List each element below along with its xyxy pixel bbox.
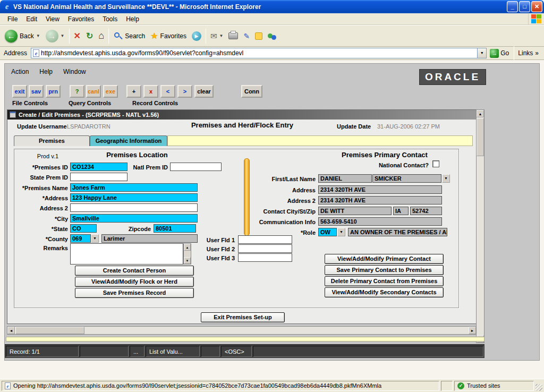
- go-button[interactable]: → Go: [487, 49, 512, 58]
- user-fld-3-field[interactable]: [238, 253, 292, 262]
- search-button[interactable]: Search: [110, 30, 148, 42]
- city-field[interactable]: Smallville: [70, 214, 198, 223]
- premises-primary-contact-heading: Premises Primary Contact: [313, 151, 456, 159]
- zipcode-field[interactable]: 80501: [154, 224, 196, 233]
- exit-premises-setup-button[interactable]: Exit Premises Set-up: [201, 312, 285, 322]
- remarks-scrollbar[interactable]: ▲ ▼: [183, 243, 191, 265]
- role-code-field[interactable]: OW: [318, 228, 337, 236]
- view-add-modify-secondary-contacts-button[interactable]: View/Add/Modify Secondary Contacts: [325, 287, 444, 297]
- contact-address-label: Address: [231, 186, 316, 194]
- links-button[interactable]: Links »: [516, 49, 542, 57]
- oracle-menu-action[interactable]: Action: [11, 68, 29, 75]
- user-fld-3-label: User Fld 3: [194, 254, 235, 262]
- back-button[interactable]: ← Back ▼: [2, 28, 43, 44]
- remarks-field[interactable]: [70, 243, 183, 265]
- oracle-menu-window[interactable]: Window: [63, 68, 86, 75]
- view-add-modify-flock-or-herd-button[interactable]: View/Add/Modify Flock or Herd: [75, 277, 194, 287]
- links-chevron-icon: »: [535, 49, 539, 57]
- form-window-titlebar[interactable]: Create / Edit Premises - (SCRPREMS - NAT…: [7, 110, 476, 120]
- notes-button[interactable]: [252, 31, 265, 41]
- natl-prem-id-field[interactable]: [170, 163, 222, 171]
- user-fld-2-field[interactable]: [238, 244, 292, 253]
- forward-button[interactable]: → ▼: [43, 28, 67, 44]
- minimize-button[interactable]: _: [507, 1, 518, 12]
- close-button[interactable]: ✕: [531, 1, 542, 12]
- premises-name-field[interactable]: Jones Farm: [70, 183, 198, 192]
- vertical-scrollbar-thumb[interactable]: [477, 118, 484, 156]
- record-count-cell: Record: 1/1: [6, 346, 79, 357]
- state-field[interactable]: CO: [70, 224, 97, 233]
- resize-grip[interactable]: [536, 384, 542, 391]
- status-cell: [253, 346, 483, 357]
- premises-location-heading: Premises Location: [71, 151, 203, 159]
- record-delete-button[interactable]: x: [143, 85, 158, 98]
- stop-button[interactable]: ✕: [71, 28, 83, 44]
- premises-address2-field[interactable]: [70, 203, 198, 212]
- home-icon: ⌂: [98, 30, 104, 41]
- state-prem-id-field[interactable]: [70, 173, 128, 181]
- tab-premises[interactable]: Premises: [14, 135, 90, 146]
- oracle-statusbar: Record: 1/1 ... List of Valu... <OSC>: [5, 344, 484, 358]
- print-toolbar-button[interactable]: prn: [46, 85, 61, 98]
- print-button[interactable]: [226, 31, 241, 41]
- query-help-button[interactable]: ?: [70, 85, 84, 98]
- record-next-button[interactable]: >: [177, 85, 192, 98]
- menu-view[interactable]: View: [41, 14, 64, 24]
- horizontal-scrollbar-thumb[interactable]: [15, 327, 84, 334]
- remarks-scroll-up-icon[interactable]: ▲: [184, 244, 191, 251]
- county-dropdown-button[interactable]: ▼: [91, 234, 99, 243]
- contact-name-dropdown-button[interactable]: ▼: [442, 174, 450, 183]
- save-toolbar-button[interactable]: sav: [29, 85, 44, 98]
- maximize-button[interactable]: □: [519, 1, 530, 12]
- record-clear-button[interactable]: clear: [194, 85, 214, 98]
- role-dropdown-button[interactable]: ▼: [337, 228, 345, 236]
- query-execute-button[interactable]: exe: [103, 85, 118, 98]
- scroll-up-icon[interactable]: ▲: [477, 110, 484, 117]
- county-code-field[interactable]: 069: [70, 234, 91, 243]
- browser-toolbar: ← Back ▼ → ▼ ✕ ↻ ⌂ Search ★ Favorites ▶ …: [0, 25, 544, 47]
- conn-button[interactable]: Conn: [241, 85, 262, 98]
- refresh-icon: ↻: [86, 30, 93, 42]
- forward-icon: →: [46, 30, 58, 42]
- query-cancel-button[interactable]: canl: [86, 85, 101, 98]
- view-add-modify-primary-contact-button[interactable]: View/Add/Modify Primary Contact: [325, 254, 444, 264]
- vertical-scrollbar[interactable]: ▲ ▼: [476, 109, 484, 343]
- media-button[interactable]: ▶: [189, 30, 204, 42]
- tab-geographic-information[interactable]: Geographic Information: [90, 135, 167, 146]
- menu-favorites[interactable]: Favorites: [64, 14, 98, 24]
- mail-button[interactable]: ✉ ▼: [208, 30, 226, 42]
- scroll-left-icon[interactable]: ◄: [7, 327, 15, 334]
- menu-edit[interactable]: Edit: [22, 14, 41, 24]
- national-contact-checkbox[interactable]: [432, 160, 439, 167]
- browser-statusbar: e Opening http://ahsmdevtest.aphis.usda.…: [0, 379, 544, 392]
- edit-button[interactable]: ✎: [241, 30, 252, 42]
- premises-id-field[interactable]: CO1234: [70, 163, 128, 171]
- menu-help[interactable]: Help: [122, 14, 143, 24]
- save-primary-contact-button[interactable]: Save Primary Contact to Premises: [325, 265, 444, 275]
- premises-address-label: *Address: [7, 194, 68, 202]
- menu-file[interactable]: File: [3, 14, 22, 24]
- horizontal-scrollbar[interactable]: ◄ ►: [7, 326, 477, 335]
- oracle-menu-help[interactable]: Help: [39, 68, 53, 75]
- premises-address-field[interactable]: 123 Happy Lane: [70, 193, 198, 202]
- scroll-right-icon[interactable]: ►: [469, 327, 476, 334]
- record-prev-button[interactable]: <: [160, 85, 175, 98]
- save-premises-record-button[interactable]: Save Premises Record: [75, 288, 194, 298]
- home-button[interactable]: ⌂: [96, 29, 107, 43]
- list-of-values-cell: List of Valu...: [146, 346, 200, 357]
- mail-dropdown-icon: ▼: [219, 33, 224, 38]
- mail-icon: ✉: [210, 31, 217, 41]
- address-input[interactable]: [41, 49, 477, 57]
- remarks-scroll-down-icon[interactable]: ▼: [184, 257, 191, 264]
- address-dropdown-button[interactable]: ▼: [477, 48, 486, 58]
- refresh-button[interactable]: ↻: [83, 28, 96, 44]
- record-add-button[interactable]: +: [126, 85, 141, 98]
- menu-tools[interactable]: Tools: [98, 14, 122, 24]
- file-controls-caption: File Controls: [12, 100, 48, 106]
- exit-toolbar-button[interactable]: exit: [12, 85, 27, 98]
- create-contact-person-button[interactable]: Create Contact Person: [75, 266, 194, 276]
- favorites-button[interactable]: ★ Favorites: [148, 29, 189, 42]
- delete-primary-contact-button[interactable]: Delete Primary Contact from Premises: [325, 276, 444, 286]
- update-username-label: Update Username: [17, 122, 67, 131]
- messenger-button[interactable]: [265, 30, 279, 42]
